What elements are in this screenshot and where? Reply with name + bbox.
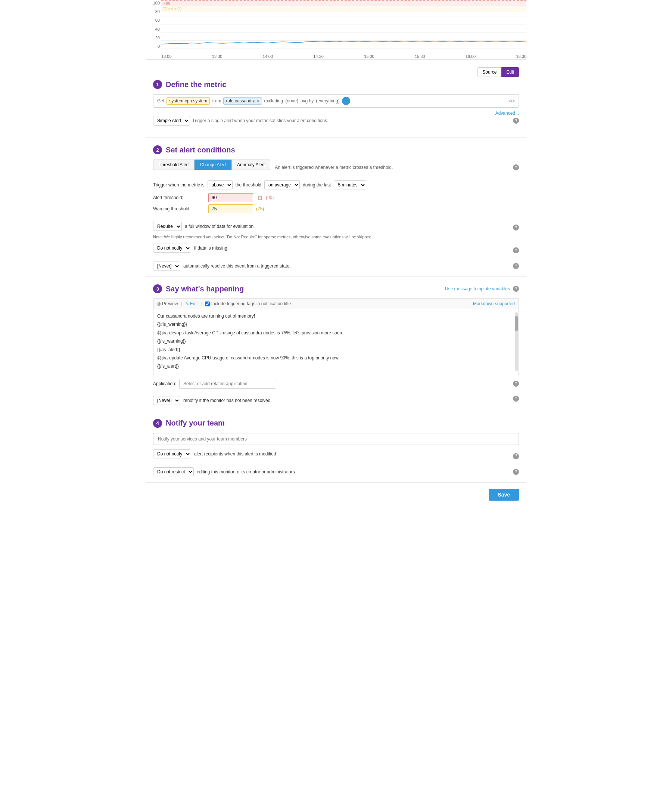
edit-icon: ✎ — [185, 301, 189, 306]
warning-threshold-display: (75) — [256, 206, 264, 211]
notify-input[interactable] — [153, 433, 519, 445]
renotify-help-icon[interactable]: ? — [513, 396, 519, 402]
trigger-row: Trigger when the metric is above the thr… — [153, 181, 519, 189]
threshold-inputs: Alert threshold: 📋 (90) Warning threshol… — [153, 193, 519, 213]
msg-line-1: Our cassandra nodes are running out of m… — [157, 312, 515, 320]
warning-threshold-input[interactable] — [208, 204, 253, 213]
alert-type-desc: Trigger a single alert when your metric … — [192, 118, 328, 123]
restrict-select[interactable]: Do not restrict — [153, 467, 194, 477]
warning-threshold-row: Warning threshold: (75) — [153, 204, 519, 213]
preview-button[interactable]: ◎ Preview — [157, 301, 178, 306]
eye-icon: ◎ — [157, 301, 161, 306]
alert-type-help-icon[interactable]: ? — [513, 118, 519, 124]
x-label-1530: 15:30 — [415, 54, 425, 59]
add-filter-button[interactable]: + — [342, 97, 350, 105]
trigger-select[interactable]: above — [208, 181, 233, 189]
resolve-help-icon[interactable]: ? — [513, 263, 519, 269]
markdown-link[interactable]: Markdown supported — [473, 301, 515, 306]
x-label-1630: 16:30 — [516, 54, 526, 59]
include-tags-label[interactable]: Include triggering tags in notification … — [205, 301, 291, 306]
notify-alert-select[interactable]: Do not notify — [153, 450, 191, 458]
metric-query-row: Get system.cpu.system from role:cassandr… — [153, 94, 519, 108]
get-label: Get — [157, 98, 164, 103]
warning-threshold-label: Warning threshold: — [153, 206, 205, 211]
from-tag[interactable]: role:cassandra × — [223, 97, 262, 105]
x-label-1500: 15:00 — [364, 54, 374, 59]
template-vars-help-icon[interactable]: ? — [513, 286, 519, 292]
include-tags-checkbox[interactable] — [205, 302, 210, 306]
metric-tag[interactable]: system.cpu.system — [167, 97, 210, 105]
on-average-select[interactable]: on average — [264, 181, 300, 189]
y-label-20: 20 — [146, 35, 160, 40]
alert-conditions-help-icon[interactable]: ? — [513, 164, 519, 170]
msg-line-6: @jira-update Average CPU usage of cassan… — [157, 354, 515, 362]
notify-alert-row: Do not notify alert recipients when this… — [153, 450, 276, 458]
edit-button[interactable]: Edit — [502, 67, 519, 77]
y-label-60: 60 — [146, 18, 160, 22]
resolve-row: [Never] automatically resolve this event… — [153, 262, 290, 271]
missing-data-select[interactable]: Do not notify — [153, 244, 191, 252]
msg-line-2: {{#is_warning}} — [157, 320, 515, 328]
step-3-number: 3 — [153, 284, 162, 293]
from-label: from — [212, 98, 221, 103]
app-input[interactable] — [179, 379, 276, 389]
y-label-100: 100 — [146, 1, 160, 5]
x-label-1430: 14:30 — [313, 54, 324, 59]
restrict-row: Do not restrict editing this monitor to … — [153, 467, 295, 477]
message-scrollbar[interactable] — [515, 312, 518, 371]
notify-alert-help-icon[interactable]: ? — [513, 453, 519, 459]
missing-data-row: Do not notify if data is missing. — [153, 244, 228, 252]
excluding-label: excluding — [264, 98, 283, 103]
y-label-40: 40 — [146, 27, 160, 32]
section-3-title: Say what's happening — [166, 285, 244, 293]
source-button[interactable]: Source — [477, 67, 502, 77]
save-button[interactable]: Save — [489, 489, 519, 501]
avg-by-value: (everything) — [316, 98, 339, 103]
step-4-number: 4 — [153, 419, 162, 428]
tab-change-alert[interactable]: Change Alert — [195, 159, 232, 170]
template-vars-link[interactable]: Use message template variables ? — [445, 286, 519, 292]
during-last-select[interactable]: 5 minutes — [334, 181, 366, 189]
y-label-0: 0 — [146, 44, 160, 48]
section-alert-conditions: 2 Set alert conditions Threshold Alert C… — [146, 138, 526, 277]
from-tag-close[interactable]: × — [257, 99, 259, 103]
during-last-label: during the last — [303, 182, 331, 188]
save-footer: Save — [146, 483, 526, 506]
alert-type-select[interactable]: Simple Alert — [153, 116, 190, 126]
tab-description: An alert is triggered whenever a metric … — [275, 165, 393, 170]
section-2-title: Set alert conditions — [166, 146, 235, 154]
section-1-title: Define the metric — [166, 80, 226, 89]
x-label-1300: 13:00 — [161, 54, 172, 59]
resolve-select[interactable]: [Never] — [153, 262, 180, 271]
x-label-1600: 16:00 — [465, 54, 476, 59]
note-text: Note: We highly recommend you select "Do… — [153, 235, 519, 239]
alert-threshold-row: Alert threshold: 📋 (90) — [153, 193, 519, 202]
trigger-label: Trigger when the metric is — [153, 182, 205, 188]
missing-data-help-icon[interactable]: ? — [513, 247, 519, 253]
msg-line-5: {{#is_alert}} — [157, 346, 515, 354]
require-help-icon[interactable]: ? — [513, 224, 519, 231]
x-label-1400: 14:00 — [263, 54, 273, 59]
advanced-link[interactable]: Advanced... — [153, 111, 519, 116]
restrict-help-icon[interactable]: ? — [513, 469, 519, 475]
preview-edit-bar: ◎ Preview | ✎ Edit | Include triggering … — [153, 299, 519, 309]
excluding-value: (none) — [285, 98, 298, 103]
alert-threshold-input[interactable] — [208, 193, 253, 202]
app-help-icon[interactable]: ? — [513, 381, 519, 387]
message-body[interactable]: Our cassandra nodes are running out of m… — [153, 309, 519, 375]
app-label: Application: — [153, 381, 176, 386]
section-message: 3 Say what's happening Use message templ… — [146, 277, 526, 411]
tab-threshold-alert[interactable]: Threshold Alert — [153, 159, 195, 170]
tab-anomaly-alert[interactable]: Anomaly Alert — [232, 159, 270, 170]
msg-line-4: {{/is_warning}} — [157, 337, 515, 345]
section-4-title: Notify your team — [166, 419, 225, 427]
section-notify: 4 Notify your team Do not notify alert r… — [146, 411, 526, 483]
missing-desc: if data is missing. — [194, 246, 228, 251]
edit-message-button[interactable]: ✎ Edit — [185, 301, 198, 306]
step-2-number: 2 — [153, 145, 162, 154]
require-select[interactable]: Require — [153, 222, 182, 231]
avg-by-label: avg by — [301, 98, 314, 103]
code-icon[interactable]: </> — [508, 98, 515, 103]
require-desc: a full window of data for evaluation. — [185, 224, 255, 229]
renotify-select[interactable]: [Never] — [153, 396, 180, 405]
